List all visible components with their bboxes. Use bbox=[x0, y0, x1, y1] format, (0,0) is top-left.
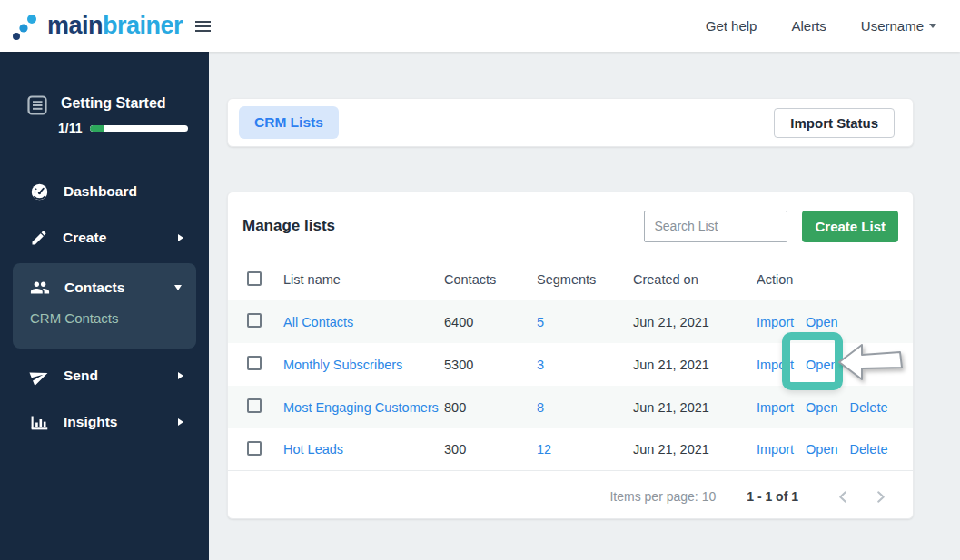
logo-text: mainbrainer bbox=[47, 12, 183, 40]
row-checkbox[interactable] bbox=[247, 441, 262, 456]
open-link[interactable]: Open bbox=[806, 358, 837, 372]
row-checkbox[interactable] bbox=[247, 356, 262, 370]
list-name-link[interactable]: All Contacts bbox=[283, 315, 444, 329]
table-row: Hot Leads 300 12 Jun 21, 2021 Import Ope… bbox=[228, 428, 913, 471]
dashboard-gauge-icon bbox=[30, 182, 49, 201]
bar-chart-icon bbox=[30, 413, 49, 432]
logo-dots-icon bbox=[9, 9, 44, 44]
column-header-action: Action bbox=[757, 272, 913, 287]
created-on-date: Jun 21, 2021 bbox=[633, 315, 757, 329]
items-per-page-value: 10 bbox=[702, 489, 717, 504]
import-link[interactable]: Import bbox=[757, 315, 794, 329]
search-input[interactable] bbox=[644, 211, 787, 242]
username-menu[interactable]: Username bbox=[861, 18, 936, 34]
contacts-count: 6400 bbox=[444, 315, 537, 329]
manage-lists-card: Manage lists Create List List name Conta… bbox=[227, 192, 914, 519]
import-link[interactable]: Import bbox=[757, 442, 794, 457]
open-link[interactable]: Open bbox=[806, 400, 837, 415]
paper-plane-icon bbox=[30, 367, 49, 386]
getting-started-progress: 1/11 bbox=[58, 121, 188, 135]
sidebar-item-send[interactable]: Send bbox=[0, 360, 209, 391]
tab-crm-lists[interactable]: CRM Lists bbox=[239, 106, 339, 139]
create-list-button[interactable]: Create List bbox=[802, 211, 898, 242]
segments-link[interactable]: 3 bbox=[537, 358, 633, 372]
segments-link[interactable]: 5 bbox=[537, 315, 633, 329]
contacts-count: 5300 bbox=[444, 358, 537, 372]
sidebar-item-contacts[interactable]: Contacts bbox=[13, 272, 196, 303]
segments-link[interactable]: 12 bbox=[537, 442, 633, 457]
open-link[interactable]: Open bbox=[806, 442, 837, 457]
sidebar-contacts-panel: Contacts CRM Contacts bbox=[13, 263, 196, 349]
sidebar-item-getting-started[interactable]: Getting Started bbox=[27, 95, 166, 115]
segments-link[interactable]: 8 bbox=[537, 400, 633, 415]
contacts-count: 800 bbox=[444, 400, 537, 415]
pencil-icon bbox=[30, 229, 48, 247]
sidebar-item-create[interactable]: Create bbox=[0, 222, 209, 253]
logo[interactable]: mainbrainer bbox=[9, 9, 183, 44]
table-header-row: List name Contacts Segments Created on A… bbox=[228, 260, 913, 300]
chevron-right-icon bbox=[178, 234, 183, 241]
created-on-date: Jun 21, 2021 bbox=[633, 442, 757, 457]
row-checkbox[interactable] bbox=[247, 313, 262, 328]
import-link[interactable]: Import bbox=[757, 358, 794, 372]
sidebar: Getting Started 1/11 Dashboard Create bbox=[0, 52, 209, 560]
column-header-created-on: Created on bbox=[633, 272, 757, 287]
contacts-count: 300 bbox=[444, 442, 537, 457]
delete-link[interactable]: Delete bbox=[850, 442, 888, 457]
delete-link[interactable]: Delete bbox=[850, 400, 888, 415]
page-range-label: 1 - 1 of 1 bbox=[747, 489, 798, 504]
select-all-checkbox[interactable] bbox=[247, 271, 262, 286]
tabs-card: CRM Lists Import Status bbox=[227, 98, 914, 147]
caret-down-icon bbox=[929, 24, 936, 28]
menu-icon[interactable] bbox=[195, 21, 211, 32]
next-page-button[interactable] bbox=[874, 490, 887, 504]
table-paginator: Items per page: 10 1 - 1 of 1 bbox=[228, 471, 913, 522]
top-header-bar: mainbrainer Get help Alerts Username bbox=[0, 0, 960, 52]
chevron-left-icon bbox=[836, 490, 850, 504]
progress-bar bbox=[90, 125, 188, 132]
table-row: All Contacts 6400 5 Jun 21, 2021 Import … bbox=[228, 300, 913, 343]
list-name-link[interactable]: Most Engaging Customers bbox=[283, 400, 444, 415]
items-per-page-label: Items per page: bbox=[609, 489, 698, 504]
column-header-segments: Segments bbox=[537, 272, 633, 287]
sidebar-item-crm-contacts[interactable]: CRM Contacts bbox=[30, 310, 119, 326]
table-row: Most Engaging Customers 800 8 Jun 21, 20… bbox=[228, 386, 913, 428]
open-link[interactable]: Open bbox=[806, 315, 837, 329]
checklist-icon bbox=[27, 95, 47, 115]
column-header-list-name: List name bbox=[283, 272, 444, 287]
row-checkbox[interactable] bbox=[247, 398, 262, 413]
sidebar-item-dashboard[interactable]: Dashboard bbox=[0, 176, 209, 207]
table-row: Monthly Subscribers 5300 3 Jun 21, 2021 … bbox=[228, 343, 913, 386]
people-icon bbox=[30, 278, 50, 298]
column-header-contacts: Contacts bbox=[444, 272, 537, 287]
chevron-right-icon bbox=[178, 418, 183, 426]
alerts-link[interactable]: Alerts bbox=[791, 18, 826, 34]
sidebar-item-insights[interactable]: Insights bbox=[0, 407, 209, 437]
import-status-button[interactable]: Import Status bbox=[774, 108, 895, 138]
top-nav: Get help Alerts Username bbox=[706, 18, 960, 34]
created-on-date: Jun 21, 2021 bbox=[633, 400, 757, 415]
list-name-link[interactable]: Monthly Subscribers bbox=[283, 358, 444, 372]
getting-started-label: Getting Started bbox=[61, 95, 166, 112]
manage-lists-header: Manage lists Create List bbox=[228, 192, 913, 260]
chevron-down-icon bbox=[174, 285, 182, 290]
chevron-right-icon bbox=[178, 372, 183, 379]
page-title: Manage lists bbox=[242, 217, 335, 235]
import-link[interactable]: Import bbox=[757, 400, 794, 415]
previous-page-button[interactable] bbox=[836, 490, 850, 504]
progress-count: 1/11 bbox=[58, 121, 82, 135]
chevron-right-icon bbox=[874, 490, 887, 504]
created-on-date: Jun 21, 2021 bbox=[633, 358, 757, 372]
list-name-link[interactable]: Hot Leads bbox=[283, 442, 444, 457]
get-help-link[interactable]: Get help bbox=[706, 18, 757, 34]
